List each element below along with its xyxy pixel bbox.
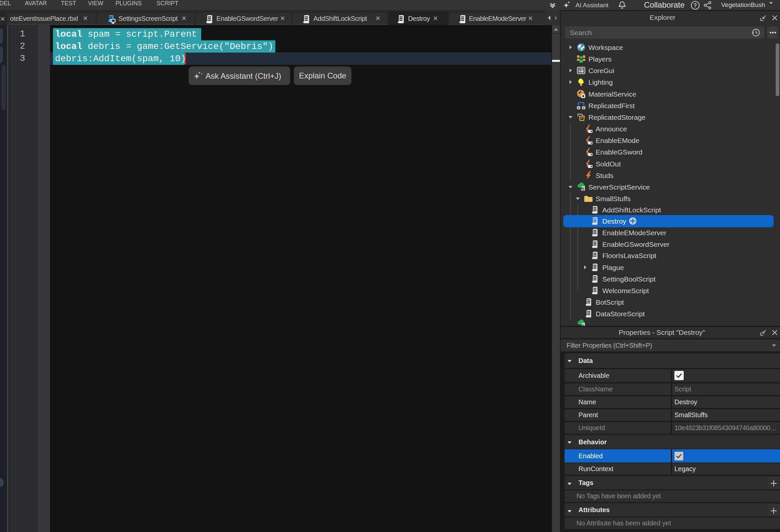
svg-text:?: ?	[694, 3, 697, 8]
